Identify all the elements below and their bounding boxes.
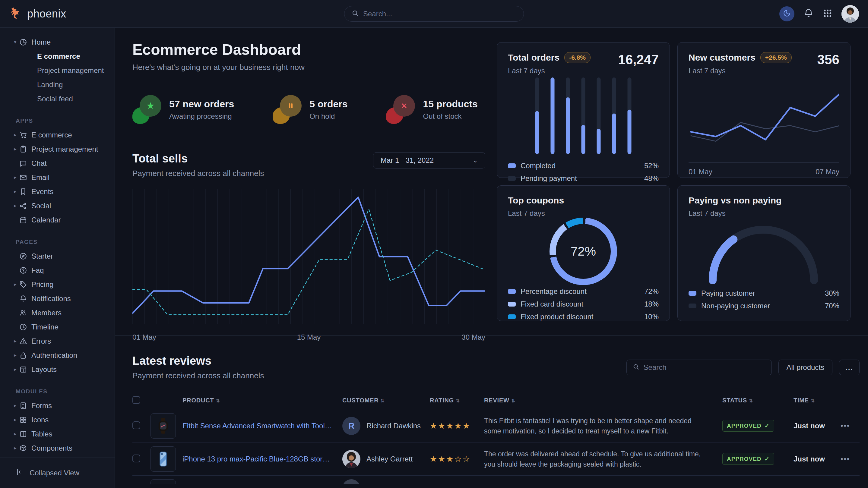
sidebar-item-components[interactable]: ▸ Components bbox=[0, 441, 115, 455]
status-badge: APPROVED✓ bbox=[722, 453, 774, 465]
date-range-select[interactable]: Mar 1 - 31, 2022 ⌄ bbox=[373, 152, 485, 168]
sidebar-item-starter[interactable]: Starter bbox=[0, 249, 115, 263]
review-text: This Fitbit is fantastic! I was trying t… bbox=[484, 416, 722, 436]
customer-avatar-initial: R bbox=[342, 417, 361, 435]
chevron-down-icon: ▾ bbox=[14, 39, 19, 45]
table-columns-icon bbox=[19, 430, 31, 438]
share-nodes-icon bbox=[19, 202, 31, 210]
notifications-button[interactable] bbox=[803, 8, 814, 19]
compass-icon bbox=[19, 252, 31, 260]
sidebar-item-calendar[interactable]: Calendar bbox=[0, 213, 115, 227]
chevron-right-icon: ▸ bbox=[14, 281, 19, 288]
chevron-right-icon: ▸ bbox=[14, 338, 19, 344]
sidebar-item-timeline[interactable]: Timeline bbox=[0, 320, 115, 334]
theme-toggle-button[interactable] bbox=[779, 6, 795, 22]
bookmark-icon bbox=[19, 188, 31, 196]
chat-bubble-icon bbox=[19, 159, 31, 167]
sidebar-item-authentication[interactable]: ▸ Authentication bbox=[0, 348, 115, 362]
product-thumbnail-watch[interactable] bbox=[151, 413, 176, 438]
chevron-down-icon: ⌄ bbox=[473, 157, 478, 164]
column-header-review[interactable]: REVIEW⇅ bbox=[484, 397, 722, 404]
reviews-search[interactable] bbox=[626, 360, 772, 375]
sidebar-item-events[interactable]: ▸ Events bbox=[0, 185, 115, 199]
sidebar-item-notifications[interactable]: Notifications bbox=[0, 291, 115, 306]
sidebar-item-social-feed[interactable]: Social feed bbox=[0, 92, 115, 106]
sidebar-item-ecommerce-dashboard[interactable]: E commerce bbox=[0, 49, 115, 63]
column-header-status[interactable]: STATUS⇅ bbox=[722, 397, 794, 404]
total-sells-subtitle: Payment received across all channels bbox=[132, 169, 264, 178]
row-checkbox[interactable] bbox=[132, 455, 140, 462]
donut-center-label: 72% bbox=[570, 244, 596, 259]
pie-chart-icon bbox=[19, 38, 31, 46]
sidebar-item-chat[interactable]: Chat bbox=[0, 156, 115, 170]
legend-item: Non-paying customer 70% bbox=[688, 300, 839, 312]
lock-icon bbox=[19, 352, 31, 359]
product-thumbnail-phone[interactable] bbox=[151, 446, 176, 472]
chevron-right-icon: ▸ bbox=[14, 174, 19, 181]
sidebar-item-tables[interactable]: ▸ Tables bbox=[0, 427, 115, 441]
global-search[interactable] bbox=[344, 6, 524, 22]
orders-bar-chart bbox=[527, 75, 639, 159]
collapse-left-icon bbox=[16, 468, 24, 478]
sidebar-item-ecommerce-app[interactable]: ▸ E commerce bbox=[0, 128, 115, 142]
sidebar-item-errors[interactable]: ▸ Errors bbox=[0, 334, 115, 348]
sort-icon: ⇅ bbox=[749, 398, 753, 403]
select-all-checkbox[interactable] bbox=[132, 396, 140, 404]
sidebar-item-project-management-dashboard[interactable]: Project management bbox=[0, 63, 115, 77]
check-icon: ✓ bbox=[765, 422, 770, 429]
total-sells-title: Total sells bbox=[132, 152, 264, 165]
clock-icon bbox=[19, 323, 31, 331]
sidebar-item-icons[interactable]: ▸ Icons bbox=[0, 413, 115, 427]
latest-reviews-subtitle: Payment received across all channels bbox=[132, 371, 264, 380]
sidebar-item-members[interactable]: Members bbox=[0, 306, 115, 320]
sort-icon: ⇅ bbox=[216, 398, 220, 403]
search-input[interactable] bbox=[363, 10, 516, 18]
cube-icon bbox=[19, 444, 31, 452]
sidebar-item-pricing[interactable]: ▸ Pricing bbox=[0, 277, 115, 291]
brand-logo[interactable]: phoenix bbox=[9, 6, 66, 22]
apps-grid-button[interactable] bbox=[823, 8, 832, 19]
legend-swatch bbox=[508, 302, 516, 306]
reviews-search-input[interactable] bbox=[644, 363, 766, 372]
sort-icon: ⇅ bbox=[511, 398, 515, 403]
sidebar-item-home[interactable]: ▾ Home bbox=[0, 35, 115, 49]
coupons-donut-chart: 72% bbox=[550, 218, 617, 285]
column-header-customer[interactable]: CUSTOMER⇅ bbox=[342, 397, 430, 404]
customer-cell: R Richard Dawkins bbox=[342, 417, 430, 435]
trend-badge: +26.5% bbox=[760, 52, 792, 63]
file-text-icon bbox=[19, 402, 31, 410]
sidebar-item-email[interactable]: ▸ Email bbox=[0, 170, 115, 185]
latest-reviews-section: Latest reviews Payment received across a… bbox=[115, 336, 868, 488]
page-subtitle: Here's what's going on at your business … bbox=[132, 63, 485, 72]
brand-name: phoenix bbox=[27, 7, 66, 20]
more-options-button[interactable]: ... bbox=[839, 360, 860, 375]
row-more-button[interactable]: ••• bbox=[841, 455, 859, 463]
sort-icon: ⇅ bbox=[811, 398, 815, 403]
sidebar-section-pages: PAGES bbox=[0, 235, 115, 249]
sidebar-item-layouts[interactable]: ▸ Layouts bbox=[0, 362, 115, 377]
table-row: Fitbit Sense Advanced Smartwatch with To… bbox=[132, 409, 860, 443]
all-products-filter-button[interactable]: All products bbox=[778, 360, 832, 375]
table-row: iPhone 13 pro max-Pacific Blue-128GB sto… bbox=[132, 443, 860, 476]
icons-grid-icon bbox=[19, 416, 31, 424]
row-checkbox[interactable] bbox=[132, 421, 140, 429]
sort-icon: ⇅ bbox=[380, 398, 384, 403]
sidebar-item-social[interactable]: ▸ Social bbox=[0, 199, 115, 213]
product-link[interactable]: Fitbit Sense Advanced Smartwatch with To… bbox=[183, 422, 342, 430]
user-avatar[interactable] bbox=[841, 5, 859, 23]
tag-icon bbox=[19, 281, 31, 289]
collapse-sidebar-button[interactable]: Collapsed View bbox=[0, 458, 115, 488]
top-coupons-card: Top coupons Last 7 days 72% Perc bbox=[497, 185, 670, 321]
legend-swatch bbox=[688, 303, 696, 308]
column-header-product[interactable]: PRODUCT⇅ bbox=[183, 397, 342, 404]
sidebar-item-project-management-app[interactable]: ▸ Project management bbox=[0, 142, 115, 156]
product-link[interactable]: iPhone 13 pro max-Pacific Blue-128GB sto… bbox=[183, 455, 342, 463]
sidebar-item-forms[interactable]: ▸ Forms bbox=[0, 398, 115, 413]
row-more-button[interactable]: ••• bbox=[841, 422, 859, 430]
column-header-rating[interactable]: RATING⇅ bbox=[430, 397, 484, 404]
sidebar-item-faq[interactable]: Faq bbox=[0, 263, 115, 277]
column-header-time[interactable]: TIME⇅ bbox=[794, 397, 841, 404]
sidebar-item-landing[interactable]: Landing bbox=[0, 77, 115, 92]
page-title: Ecommerce Dashboard bbox=[132, 41, 485, 59]
sidebar-section-modules: MODULES bbox=[0, 384, 115, 398]
